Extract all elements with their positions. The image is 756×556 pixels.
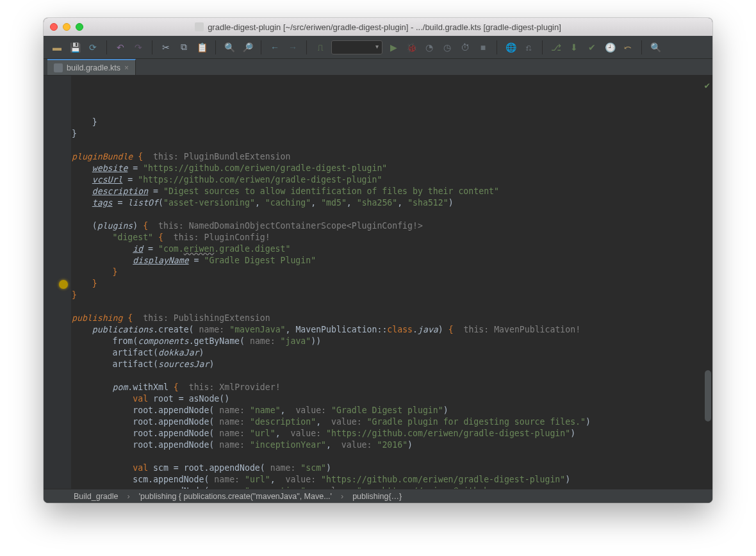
code-content[interactable]: } } pluginBundle { this: PluginBundleExt… [72,117,712,489]
editor-tabs: build.gradle.kts × [44,59,712,76]
globe-icon[interactable]: 🌐 [504,40,518,54]
stop-icon[interactable]: ■ [476,40,490,54]
forward-icon[interactable]: → [286,40,300,54]
code-editor[interactable]: ✔ } } pluginBundle { this: PluginBundleE… [72,76,712,489]
run-icon[interactable]: ▶ [386,40,400,54]
redo-icon[interactable]: ↷ [131,40,145,54]
crumb-scope[interactable]: 'publishing { publications.create("maven… [138,492,333,501]
search-everywhere-icon[interactable]: 🔍 [648,40,662,54]
file-icon [195,22,204,31]
undo-icon[interactable]: ↶ [113,40,127,54]
vcs-revert-icon[interactable]: ⤺ [621,40,635,54]
window-controls [50,23,83,31]
refresh-icon[interactable]: ⟳ [86,40,100,54]
crumb-root[interactable]: Build_gradle [72,492,120,501]
ide-window: gradle-digest-plugin [~/src/eriwen/gradl… [44,18,712,503]
open-icon[interactable]: ▬ [50,40,64,54]
save-all-icon[interactable]: 💾 [68,40,82,54]
tab-label: build.gradle.kts [67,63,120,72]
attach-icon[interactable]: ⏱ [458,40,472,54]
crumb-leaf[interactable]: publishing{…} [351,492,403,501]
copy-icon[interactable]: ⧉ [177,40,191,54]
tab-build-gradle[interactable]: build.gradle.kts × [47,59,136,75]
close-icon[interactable] [50,23,58,31]
build-icon[interactable]: ⎍ [313,40,327,54]
back-icon[interactable]: ← [268,40,282,54]
coverage-icon[interactable]: ◔ [422,40,436,54]
paste-icon[interactable]: 📋 [195,40,209,54]
tab-close-icon[interactable]: × [124,63,129,72]
editor-area: ✔ } } pluginBundle { this: PluginBundleE… [44,76,712,489]
window-title: gradle-digest-plugin [~/src/eriwen/gradl… [44,22,712,32]
breadcrumb[interactable]: Build_gradle 'publishing { publications.… [44,489,712,503]
window-title-text: gradle-digest-plugin [~/src/eriwen/gradl… [208,22,561,32]
sync-icon[interactable]: ⎌ [522,40,536,54]
find-icon[interactable]: 🔍 [222,40,236,54]
inspection-ok-icon[interactable]: ✔ [705,79,710,91]
find-replace-icon[interactable]: 🔎 [240,40,254,54]
titlebar[interactable]: gradle-digest-plugin [~/src/eriwen/gradl… [44,18,712,36]
intention-bulb-icon[interactable] [59,280,68,289]
profile-icon[interactable]: ◷ [440,40,454,54]
scrollbar-thumb[interactable] [705,370,711,421]
run-config-select[interactable] [331,40,382,54]
main-toolbar: ▬ 💾 ⟳ ↶ ↷ ✂ ⧉ 📋 🔍 🔎 ← → ⎍ ▶ 🐞 ◔ ◷ ⏱ ■ 🌐 … [44,36,712,59]
vcs-commit-icon[interactable]: ✔ [585,40,599,54]
kotlin-file-icon [54,63,63,72]
zoom-icon[interactable] [76,23,83,31]
minimize-icon[interactable] [63,23,70,31]
cut-icon[interactable]: ✂ [159,40,173,54]
vcs-history-icon[interactable]: 🕘 [603,40,617,54]
vcs-branch-icon[interactable]: ⎇ [549,40,563,54]
debug-icon[interactable]: 🐞 [404,40,418,54]
gutter[interactable] [44,76,72,489]
vcs-update-icon[interactable]: ⬇ [567,40,581,54]
